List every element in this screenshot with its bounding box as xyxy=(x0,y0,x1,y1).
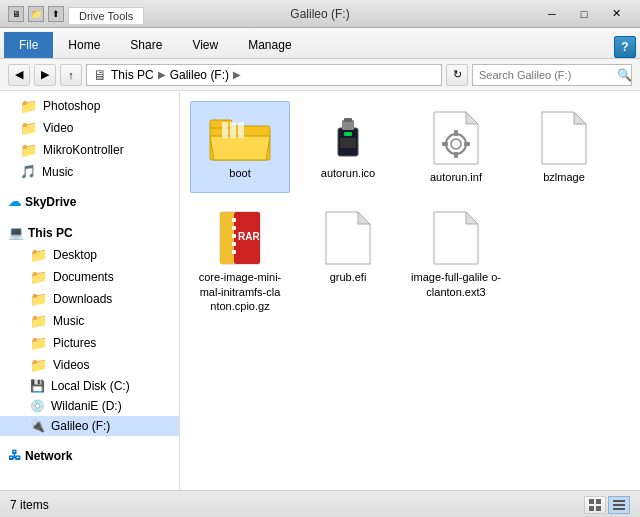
galileo-icon: 🔌 xyxy=(30,419,45,433)
file-item-autorun-inf[interactable]: autorun.inf xyxy=(406,101,506,193)
sidebar-label-music: Music xyxy=(42,165,73,179)
search-input[interactable] xyxy=(479,69,617,81)
forward-button[interactable]: ▶ xyxy=(34,64,56,86)
svg-rect-1 xyxy=(210,120,232,128)
view-large-icons-button[interactable] xyxy=(584,496,606,514)
svg-rect-2 xyxy=(222,122,228,138)
tab-view[interactable]: View xyxy=(177,32,233,58)
sidebar-label-desktop: Desktop xyxy=(53,248,97,262)
file-label-image-full: image-full-galile o-clanton.ext3 xyxy=(411,270,501,299)
folder-icon: 📁 xyxy=(30,313,47,329)
sidebar-label-mikrokontroller: MikroKontroller xyxy=(43,143,124,157)
svg-marker-19 xyxy=(574,112,586,124)
tab-share[interactable]: Share xyxy=(115,32,177,58)
breadcrumb[interactable]: 🖥 This PC ▶ Galileo (F:) ▶ xyxy=(86,64,442,86)
minimize-button[interactable]: ─ xyxy=(536,4,568,24)
sidebar-section-skydrive[interactable]: ☁ SkyDrive xyxy=(0,190,179,213)
svg-rect-25 xyxy=(232,226,236,230)
close-button[interactable]: ✕ xyxy=(600,4,632,24)
folder-icon: 📁 xyxy=(20,142,37,158)
breadcrumb-drive[interactable]: Galileo (F:) xyxy=(170,68,229,82)
svg-rect-26 xyxy=(232,234,236,238)
folder-icon: 📁 xyxy=(30,247,47,263)
folder-open-icon xyxy=(208,110,272,162)
sidebar-item-downloads[interactable]: 📁 Downloads xyxy=(0,288,179,310)
ribbon-tabs: File Home Share View Manage ? xyxy=(0,28,640,58)
sidebar-label-thispc: This PC xyxy=(28,226,73,240)
svg-rect-34 xyxy=(589,499,594,504)
file-label-autorun-ico: autorun.ico xyxy=(321,166,375,180)
tab-file[interactable]: File xyxy=(4,32,53,58)
music-icon: 🎵 xyxy=(20,164,36,179)
svg-rect-4 xyxy=(238,122,244,138)
network-icon: 🖧 xyxy=(8,448,21,463)
up-button[interactable]: ↑ xyxy=(60,64,82,86)
folder-icon: 📁 xyxy=(20,98,37,114)
svg-rect-17 xyxy=(464,142,470,146)
file-item-grub-efi[interactable]: grub.efi xyxy=(298,201,398,322)
breadcrumb-thispc[interactable]: This PC xyxy=(111,68,154,82)
quick-access-2[interactable]: ⬆ xyxy=(48,6,64,22)
sidebar-item-localdisk[interactable]: 💾 Local Disk (C:) xyxy=(0,376,179,396)
search-bar[interactable]: 🔍 xyxy=(472,64,632,86)
maximize-button[interactable]: □ xyxy=(568,4,600,24)
file-label-boot: boot xyxy=(229,166,250,180)
view-details-button[interactable] xyxy=(608,496,630,514)
file-icon-grub xyxy=(324,210,372,266)
svg-marker-11 xyxy=(466,112,478,124)
svg-rect-38 xyxy=(613,500,625,502)
file-label-bzlimage: bzlmage xyxy=(543,170,585,184)
back-button[interactable]: ◀ xyxy=(8,64,30,86)
folder-icon: 📁 xyxy=(30,269,47,285)
sidebar-label-documents: Documents xyxy=(53,270,114,284)
details-view-icon xyxy=(612,498,626,512)
sidebar-item-mikrokontroller[interactable]: 📁 MikroKontroller xyxy=(0,139,179,161)
sidebar-label-photoshop: Photoshop xyxy=(43,99,100,113)
sidebar-section-thispc[interactable]: 💻 This PC xyxy=(0,221,179,244)
sidebar-item-galileo[interactable]: 🔌 Galileo (F:) xyxy=(0,416,179,436)
item-count: 7 items xyxy=(10,498,49,512)
sidebar-item-music[interactable]: 🎵 Music xyxy=(0,161,179,182)
winrar-icon: RAR xyxy=(216,210,264,266)
svg-rect-14 xyxy=(454,130,458,136)
drive-tools-tab[interactable]: Drive Tools xyxy=(68,7,144,24)
help-button[interactable]: ? xyxy=(614,36,636,58)
sidebar-item-videos[interactable]: 📁 Videos xyxy=(0,354,179,376)
svg-rect-27 xyxy=(232,242,236,246)
svg-text:RAR: RAR xyxy=(238,231,260,242)
tab-manage[interactable]: Manage xyxy=(233,32,306,58)
sidebar-label-video: Video xyxy=(43,121,73,135)
sidebar-item-documents[interactable]: 📁 Documents xyxy=(0,266,179,288)
file-label-grub-efi: grub.efi xyxy=(330,270,367,284)
file-item-core-image[interactable]: RAR core-image-mini-mal-initramfs-cla nt… xyxy=(190,201,290,322)
svg-rect-28 xyxy=(232,250,236,254)
skydrive-icon: ☁ xyxy=(8,194,21,209)
ribbon: File Home Share View Manage ? xyxy=(0,28,640,59)
tab-home[interactable]: Home xyxy=(53,32,115,58)
svg-rect-39 xyxy=(613,504,625,506)
sidebar-item-video[interactable]: 📁 Video xyxy=(0,117,179,139)
sidebar-label-skydrive: SkyDrive xyxy=(25,195,76,209)
search-icon: 🔍 xyxy=(617,68,632,82)
window-controls: ─ □ ✕ xyxy=(536,4,632,24)
file-label-autorun-inf: autorun.inf xyxy=(430,170,482,184)
sidebar-label-downloads: Downloads xyxy=(53,292,112,306)
sidebar-item-wildanie[interactable]: 💿 WildaniE (D:) xyxy=(0,396,179,416)
sidebar-item-photoshop[interactable]: 📁 Photoshop xyxy=(0,95,179,117)
svg-rect-35 xyxy=(596,499,601,504)
sidebar-section-network[interactable]: 🖧 Network xyxy=(0,444,179,467)
disk-icon: 💾 xyxy=(30,379,45,393)
file-item-image-full[interactable]: image-full-galile o-clanton.ext3 xyxy=(406,201,506,322)
sidebar-item-music[interactable]: 📁 Music xyxy=(0,310,179,332)
sidebar-item-desktop[interactable]: 📁 Desktop xyxy=(0,244,179,266)
sidebar-label-localdisk: Local Disk (C:) xyxy=(51,379,130,393)
status-bar: 7 items xyxy=(0,490,640,517)
sidebar-item-pictures[interactable]: 📁 Pictures xyxy=(0,332,179,354)
usb-icon xyxy=(324,110,372,162)
svg-rect-9 xyxy=(340,138,356,148)
file-item-autorun-ico[interactable]: autorun.ico xyxy=(298,101,398,193)
quick-access-1[interactable]: 📁 xyxy=(28,6,44,22)
refresh-button[interactable]: ↻ xyxy=(446,64,468,86)
file-item-bzlimage[interactable]: bzlmage xyxy=(514,101,614,193)
file-item-boot[interactable]: boot xyxy=(190,101,290,193)
